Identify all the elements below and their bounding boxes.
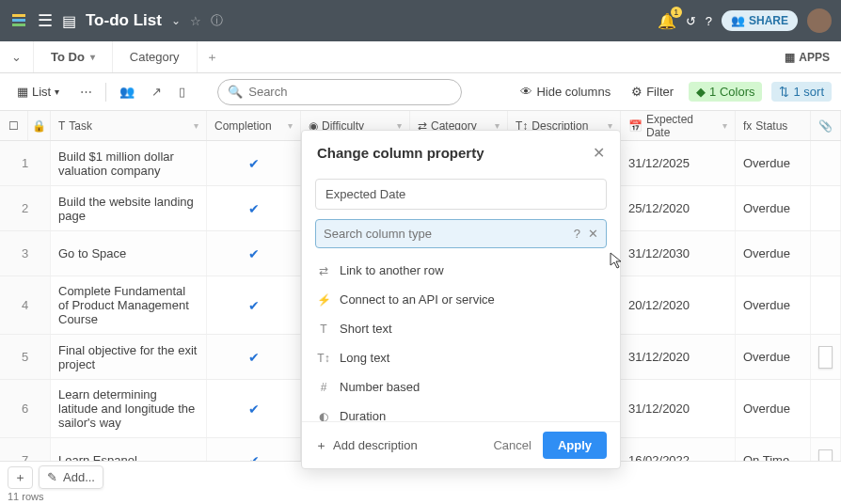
info-icon[interactable]: ⓘ <box>211 12 223 29</box>
app-header: ☰ ▤ To-do List ⌄ ☆ ⓘ 🔔1 ↺ ? 👥 SHARE <box>0 0 841 41</box>
share-button[interactable]: 👥 SHARE <box>722 10 798 31</box>
column-type-search[interactable]: ? ✕ <box>315 219 607 248</box>
cell-date[interactable]: 31/12/2030 <box>621 231 736 276</box>
clear-search-icon[interactable]: ✕ <box>588 227 598 241</box>
hash-icon: # <box>317 381 330 394</box>
column-task[interactable]: T Task▾ <box>51 111 207 140</box>
tab-category[interactable]: Category <box>113 41 198 72</box>
cell-completion[interactable]: ✔ <box>207 380 301 437</box>
page-title: To-do List <box>86 11 162 30</box>
cell-date[interactable]: 31/12/2020 <box>621 335 736 379</box>
cell-task[interactable]: Final objective for the exit project <box>51 335 207 379</box>
bolt-icon: ⚡ <box>317 293 330 307</box>
cell-task[interactable]: Complete Fundamental of Product Manageme… <box>51 276 207 334</box>
tab-todo[interactable]: To Do▾ <box>34 41 113 72</box>
column-type-search-input[interactable] <box>324 227 566 241</box>
tool-dots-icon[interactable]: ⋯ <box>76 81 96 102</box>
cell-task[interactable]: Build the website landing page <box>51 186 207 230</box>
view-selector[interactable]: ▦ List ▾ <box>9 81 67 102</box>
lock-column[interactable]: 🔒 <box>28 111 51 140</box>
type-option-long-text[interactable]: T↕Long text <box>308 343 614 372</box>
cell-task[interactable]: Build $1 million dollar valuation compan… <box>51 141 207 185</box>
text-icon: T <box>317 323 330 336</box>
notification-icon[interactable]: 🔔1 <box>658 12 676 30</box>
cell-status[interactable]: Overdue <box>736 276 811 334</box>
svg-rect-2 <box>12 24 25 26</box>
add-row-button[interactable]: ✎ Add... <box>39 465 103 489</box>
column-type-list: ⇄Link to another row ⚡Connect to an API … <box>302 252 620 421</box>
cell-attachment[interactable] <box>811 141 841 185</box>
view-toolbar: ▦ List ▾ ⋯ 👥 ↗ ▯ 🔍 👁 Hide columns ⚙ Filt… <box>0 73 841 111</box>
list-icon: ▤ <box>62 12 76 30</box>
column-completion[interactable]: Completion▾ <box>207 111 301 140</box>
add-tab-button[interactable]: ＋ <box>198 41 228 72</box>
cell-status[interactable]: Overdue <box>736 380 811 437</box>
export-icon[interactable]: ↗ <box>148 81 166 102</box>
cell-status[interactable]: Overdue <box>736 231 811 276</box>
help-icon[interactable]: ? <box>706 14 712 28</box>
type-option-number[interactable]: #Number based <box>308 372 614 402</box>
row-number: 4 <box>0 276 51 334</box>
row-number: 1 <box>0 141 51 185</box>
hide-columns-button[interactable]: 👁 Hide columns <box>515 81 616 102</box>
row-number: 3 <box>0 231 51 276</box>
type-option-link-row[interactable]: ⇄Link to another row <box>308 256 614 285</box>
link-icon: ⇄ <box>317 264 330 277</box>
apply-button[interactable]: Apply <box>543 432 607 459</box>
expand-views-icon[interactable]: ⌄ <box>0 41 34 72</box>
colors-button[interactable]: ◆ 1 Colors <box>689 82 762 102</box>
user-avatar[interactable] <box>807 8 832 33</box>
cell-date[interactable]: 31/12/2020 <box>621 380 736 437</box>
add-description-button[interactable]: ＋ Add description <box>315 437 418 454</box>
row-number: 5 <box>0 335 51 379</box>
column-name-input[interactable]: Expected Date <box>315 179 607 210</box>
column-status[interactable]: fx Status <box>736 111 811 140</box>
cell-attachment[interactable] <box>811 335 841 379</box>
cell-completion[interactable]: ✔ <box>207 335 301 379</box>
cell-completion[interactable]: ✔ <box>207 141 301 185</box>
type-option-short-text[interactable]: TShort text <box>308 314 614 343</box>
column-attachment[interactable]: 📎 <box>811 111 841 140</box>
title-dropdown[interactable]: ⌄ <box>171 14 181 27</box>
app-logo[interactable] <box>9 11 28 30</box>
clock-icon: ◐ <box>317 410 330 422</box>
menu-icon[interactable]: ☰ <box>38 10 53 31</box>
type-option-duration[interactable]: ◐Duration <box>308 402 614 421</box>
cell-status[interactable]: Overdue <box>736 186 811 230</box>
sort-button[interactable]: ⇅ 1 sort <box>771 82 832 102</box>
cell-status[interactable]: Overdue <box>736 141 811 185</box>
add-row-plus-button[interactable]: ＋ <box>8 466 33 489</box>
cell-completion[interactable]: ✔ <box>207 186 301 230</box>
select-all-checkbox[interactable]: ☐ <box>0 111 28 140</box>
svg-rect-1 <box>12 19 25 22</box>
cell-date[interactable]: 20/12/2020 <box>621 276 736 334</box>
tab-bar: ⌄ To Do▾ Category ＋ ▦ APPS <box>0 41 841 73</box>
cancel-button[interactable]: Cancel <box>482 433 542 458</box>
cards-icon[interactable]: ▯ <box>175 81 189 102</box>
search-input-wrapper[interactable]: 🔍 <box>217 79 462 105</box>
row-number: 6 <box>0 380 51 437</box>
cell-completion[interactable]: ✔ <box>207 276 301 334</box>
filter-button[interactable]: ⚙ Filter <box>626 81 679 102</box>
close-icon[interactable]: ✕ <box>593 144 605 162</box>
star-icon[interactable]: ☆ <box>190 14 201 28</box>
cell-date[interactable]: 25/12/2020 <box>621 186 736 230</box>
history-icon[interactable]: ↺ <box>686 14 696 28</box>
cell-status[interactable]: Overdue <box>736 335 811 379</box>
row-number: 2 <box>0 186 51 230</box>
cell-task[interactable]: Learn determining latitude and longitude… <box>51 380 207 437</box>
cell-completion[interactable]: ✔ <box>207 231 301 276</box>
cell-task[interactable]: Go to Space <box>51 231 207 276</box>
column-expected-date[interactable]: 📅 Expected Date▾ <box>621 111 736 140</box>
search-input[interactable] <box>248 85 452 99</box>
help-icon[interactable]: ? <box>572 227 582 241</box>
apps-button[interactable]: ▦ APPS <box>773 41 841 72</box>
type-option-api[interactable]: ⚡Connect to an API or service <box>308 285 614 314</box>
row-count-label: 11 rows <box>8 491 44 502</box>
change-column-property-modal: Change column property ✕ Expected Date ?… <box>301 130 621 469</box>
group-icon[interactable]: 👥 <box>116 81 138 102</box>
modal-title: Change column property <box>317 145 484 161</box>
svg-rect-0 <box>12 14 25 17</box>
search-icon: 🔍 <box>228 85 243 99</box>
cell-date[interactable]: 31/12/2025 <box>621 141 736 185</box>
